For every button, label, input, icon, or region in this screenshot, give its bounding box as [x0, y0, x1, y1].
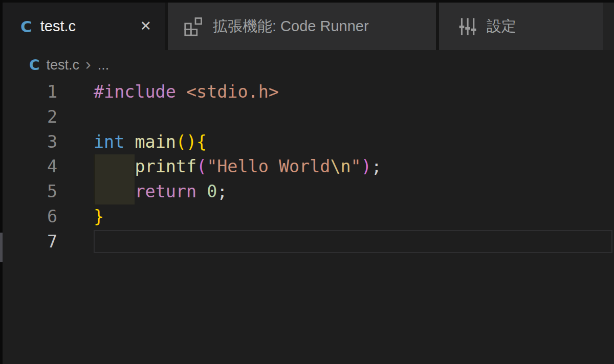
editor-tab-bar: C test.c ✕ 拡張機能: Code Runner — [0, 3, 614, 50]
line-number[interactable]: 6 — [0, 204, 57, 230]
code-lines: 1#include <stdio.h>23int main(){4 printf… — [0, 80, 614, 255]
code-token — [124, 132, 135, 152]
code-line[interactable]: 2 — [0, 105, 614, 130]
code-token — [94, 156, 135, 176]
code-token: ; — [217, 181, 227, 201]
code-token: ( — [196, 156, 207, 176]
code-editor[interactable]: 1#include <stdio.h>23int main(){4 printf… — [0, 80, 614, 364]
sidebar-scrollbar-thumb[interactable] — [0, 233, 3, 262]
code-line[interactable]: 6} — [0, 204, 614, 230]
line-number[interactable]: 4 — [0, 154, 57, 179]
line-number[interactable]: 2 — [0, 105, 57, 130]
code-token: "Hello World — [207, 156, 330, 176]
code-text: #include <stdio.h> — [57, 80, 279, 105]
extensions-icon — [183, 16, 204, 37]
window-top-border — [0, 0, 614, 3]
code-token: ) — [361, 156, 371, 176]
tab-test-c[interactable]: C test.c ✕ — [0, 3, 165, 50]
code-token: <stdio.h> — [186, 82, 279, 102]
breadcrumb-more[interactable]: ... — [98, 57, 109, 73]
code-token: \n — [330, 156, 350, 176]
line-number[interactable]: 5 — [0, 179, 57, 204]
code-line[interactable]: 5 return 0; — [0, 179, 614, 204]
code-line[interactable]: 1#include <stdio.h> — [0, 80, 614, 105]
window-left-border — [0, 0, 3, 364]
code-text: int main(){ — [57, 130, 207, 155]
code-token — [196, 181, 207, 201]
breadcrumb-file[interactable]: test.c — [47, 57, 80, 73]
chevron-right-icon: › — [85, 55, 91, 74]
code-text: } — [57, 204, 104, 230]
code-text: return 0; — [57, 179, 227, 204]
line-number[interactable]: 1 — [0, 80, 57, 105]
code-token: #include — [94, 82, 176, 102]
code-line[interactable]: 7 — [0, 230, 614, 255]
code-line[interactable]: 3int main(){ — [0, 130, 614, 155]
code-token: main — [135, 132, 176, 152]
code-token — [94, 181, 135, 201]
line-number[interactable]: 7 — [0, 230, 57, 255]
code-text: printf("Hello World\n"); — [57, 154, 382, 179]
code-token: } — [94, 207, 104, 226]
code-text — [57, 230, 94, 255]
settings-icon — [458, 17, 477, 36]
close-icon[interactable]: ✕ — [140, 19, 151, 33]
c-file-icon: C — [20, 17, 32, 36]
code-text — [57, 105, 94, 130]
tab-label: 拡張機能: Code Runner — [213, 16, 369, 37]
line-number[interactable]: 3 — [0, 130, 57, 155]
tab-settings[interactable]: 設定 — [439, 3, 603, 50]
tab-extensions-code-runner[interactable]: 拡張機能: Code Runner — [168, 3, 436, 50]
code-token: " — [351, 156, 361, 176]
tab-label: 設定 — [487, 16, 516, 37]
tab-bar-empty-space — [603, 3, 614, 50]
code-token: (){ — [176, 132, 207, 152]
code-token: int — [94, 132, 124, 152]
code-token: printf — [135, 156, 196, 176]
breadcrumb: C test.c › ... — [0, 50, 614, 80]
code-line[interactable]: 4 printf("Hello World\n"); — [0, 154, 614, 179]
code-token: return — [135, 181, 196, 201]
c-file-icon: C — [29, 57, 40, 74]
tab-label: test.c — [40, 18, 76, 35]
code-token: ; — [371, 156, 382, 176]
code-token: 0 — [207, 181, 217, 201]
code-token — [176, 82, 186, 102]
